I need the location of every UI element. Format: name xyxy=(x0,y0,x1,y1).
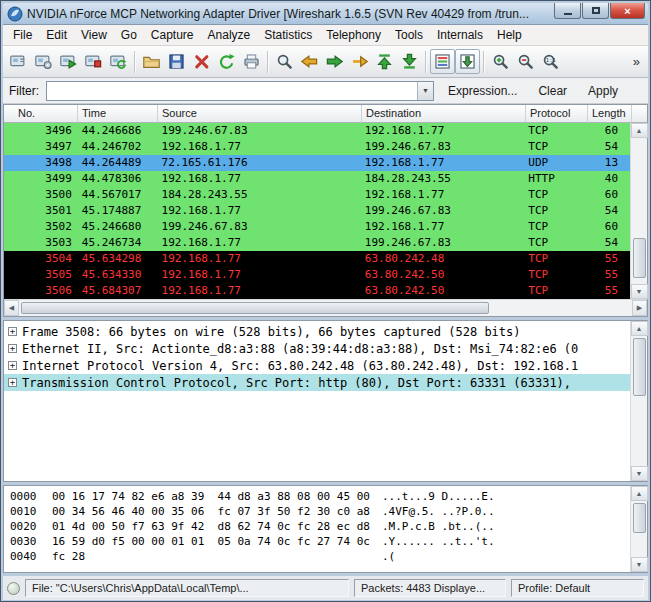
expander-icon[interactable]: + xyxy=(8,327,17,336)
capture-restart-icon[interactable] xyxy=(106,49,131,74)
status-profile[interactable]: Profile: Default xyxy=(511,579,644,597)
hex-offset: 0000 xyxy=(10,489,52,504)
menu-item-go[interactable]: Go xyxy=(114,26,144,44)
cell-len: 54 xyxy=(586,203,630,219)
menu-item-view[interactable]: View xyxy=(74,26,114,44)
scroll-down-icon[interactable]: ▼ xyxy=(631,466,648,481)
expression-button[interactable]: Expression... xyxy=(441,81,524,101)
maximize-button[interactable] xyxy=(582,3,609,19)
go-forward-icon[interactable] xyxy=(322,49,347,74)
cell-dst: 184.28.243.55 xyxy=(361,171,524,187)
close-button[interactable]: × xyxy=(610,3,645,19)
capture-start-icon[interactable] xyxy=(56,49,81,74)
scroll-thumb[interactable] xyxy=(633,238,646,278)
filter-button[interactable]: Filter: xyxy=(9,84,39,98)
zoom-in-icon[interactable] xyxy=(488,49,513,74)
menu-item-capture[interactable]: Capture xyxy=(144,26,201,44)
cell-len: 54 xyxy=(586,235,630,251)
apply-button[interactable]: Apply xyxy=(581,81,625,101)
packet-row-3497[interactable]: 349744.246702192.168.1.77199.246.67.83TC… xyxy=(4,139,630,155)
scroll-up-icon[interactable]: ▲ xyxy=(631,321,648,336)
menu-item-help[interactable]: Help xyxy=(490,26,529,44)
packet-list-hscrollbar[interactable]: ◀ ▶ xyxy=(4,299,647,316)
packet-list-vscrollbar[interactable]: ▲ ▼ xyxy=(630,123,647,299)
capture-options-icon[interactable] xyxy=(31,49,56,74)
packet-row-3501[interactable]: 350145.174887192.168.1.77199.246.67.83TC… xyxy=(4,203,630,219)
title-bar[interactable]: NVIDIA nForce MCP Networking Adapter Dri… xyxy=(3,3,648,25)
detail-row[interactable]: +Transmission Control Protocol, Src Port… xyxy=(4,374,630,391)
column-header-no[interactable]: No. xyxy=(4,105,78,123)
column-header-time[interactable]: Time xyxy=(78,105,158,123)
packet-row-3504[interactable]: 350445.634298192.168.1.7763.80.242.48TCP… xyxy=(4,251,630,267)
minimize-button[interactable] xyxy=(554,3,581,19)
close-file-icon[interactable] xyxy=(189,49,214,74)
clear-button[interactable]: Clear xyxy=(531,81,574,101)
scroll-right-icon[interactable]: ▶ xyxy=(632,300,647,316)
packet-row-3498[interactable]: 349844.26448972.165.61.176192.168.1.77UD… xyxy=(4,155,630,171)
expander-icon[interactable]: + xyxy=(8,361,17,370)
cell-time: 45.246680 xyxy=(78,219,158,235)
filter-input[interactable] xyxy=(47,82,417,100)
packet-row-3502[interactable]: 350245.246680199.246.67.83192.168.1.77TC… xyxy=(4,219,630,235)
expander-icon[interactable]: + xyxy=(8,378,17,387)
scroll-down-icon[interactable]: ▼ xyxy=(631,557,648,572)
scroll-up-icon[interactable]: ▲ xyxy=(631,486,648,501)
hex-line[interactable]: 002001 4d 00 50 f7 63 9f 42 d8 62 74 0c … xyxy=(10,519,630,534)
expert-info-icon[interactable] xyxy=(7,582,20,595)
packet-row-3499[interactable]: 349944.478306192.168.1.77184.28.243.55HT… xyxy=(4,171,630,187)
menu-item-file[interactable]: File xyxy=(6,26,39,44)
hex-line[interactable]: 0040fc 28.( xyxy=(10,549,630,564)
column-header-dst[interactable]: Destination xyxy=(362,105,526,123)
scroll-down-icon[interactable]: ▼ xyxy=(631,284,648,299)
print-icon[interactable] xyxy=(239,49,264,74)
packet-row-3496[interactable]: 349644.246686199.246.67.83192.168.1.77TC… xyxy=(4,123,630,139)
go-to-bottom-icon[interactable] xyxy=(397,49,422,74)
column-header-len[interactable]: Length xyxy=(588,105,632,123)
find-icon[interactable] xyxy=(272,49,297,74)
packet-row-3505[interactable]: 350545.634330192.168.1.7763.80.242.50TCP… xyxy=(4,267,630,283)
reload-icon[interactable] xyxy=(214,49,239,74)
column-header-proto[interactable]: Protocol xyxy=(526,105,588,123)
hex-offset: 0040 xyxy=(10,549,52,564)
packet-row-3506[interactable]: 350645.684307192.168.1.7763.80.242.50TCP… xyxy=(4,283,630,299)
interface-list-icon[interactable] xyxy=(6,49,31,74)
go-back-icon[interactable] xyxy=(297,49,322,74)
go-to-top-icon[interactable] xyxy=(372,49,397,74)
hex-line[interactable]: 000000 16 17 74 82 e6 a8 39 44 d8 a3 88 … xyxy=(10,489,630,504)
hex-line[interactable]: 001000 34 56 46 40 00 35 06 fc 07 3f 50 … xyxy=(10,504,630,519)
menu-item-edit[interactable]: Edit xyxy=(39,26,74,44)
menu-item-statistics[interactable]: Statistics xyxy=(257,26,319,44)
go-to-packet-icon[interactable] xyxy=(347,49,372,74)
scroll-left-icon[interactable]: ◀ xyxy=(4,300,19,316)
column-header-src[interactable]: Source xyxy=(158,105,362,123)
open-file-icon[interactable] xyxy=(139,49,164,74)
colorize-list-icon[interactable] xyxy=(430,49,455,74)
zoom-out-icon[interactable] xyxy=(513,49,538,74)
hex-ascii: .4VF@.5. ..?P.0.. xyxy=(382,504,495,519)
cell-no: 3505 xyxy=(4,267,78,283)
zoom-100-icon[interactable]: 1:1 xyxy=(538,49,563,74)
menu-item-internals[interactable]: Internals xyxy=(430,26,490,44)
auto-scroll-icon[interactable] xyxy=(455,49,480,74)
toolbar-overflow-icon[interactable]: » xyxy=(628,54,645,69)
details-vscrollbar[interactable]: ▲ ▼ xyxy=(630,321,647,481)
packet-row-3500[interactable]: 350044.567017184.28.243.55192.168.1.77TC… xyxy=(4,187,630,203)
detail-row[interactable]: +Internet Protocol Version 4, Src: 63.80… xyxy=(4,357,630,374)
cell-no: 3497 xyxy=(4,139,78,155)
filter-dropdown-icon[interactable]: ▼ xyxy=(417,82,433,100)
menu-item-analyze[interactable]: Analyze xyxy=(201,26,258,44)
capture-stop-icon[interactable] xyxy=(81,49,106,74)
expander-icon[interactable]: + xyxy=(8,344,17,353)
hex-vscrollbar[interactable]: ▲ ▼ xyxy=(630,486,647,572)
menu-item-tools[interactable]: Tools xyxy=(388,26,430,44)
save-file-icon[interactable] xyxy=(164,49,189,74)
scroll-thumb[interactable] xyxy=(21,302,489,314)
scroll-thumb[interactable] xyxy=(633,503,646,533)
menu-item-telephony[interactable]: Telephony xyxy=(319,26,388,44)
detail-row[interactable]: +Frame 3508: 66 bytes on wire (528 bits)… xyxy=(4,323,630,340)
scroll-thumb[interactable] xyxy=(633,338,646,396)
hex-line[interactable]: 003016 59 d0 f5 00 00 01 01 05 0a 74 0c … xyxy=(10,534,630,549)
scroll-up-icon[interactable]: ▲ xyxy=(631,123,648,138)
packet-row-3503[interactable]: 350345.246734192.168.1.77199.246.67.83TC… xyxy=(4,235,630,251)
detail-row[interactable]: +Ethernet II, Src: Actionte_d8:a3:88 (a8… xyxy=(4,340,630,357)
